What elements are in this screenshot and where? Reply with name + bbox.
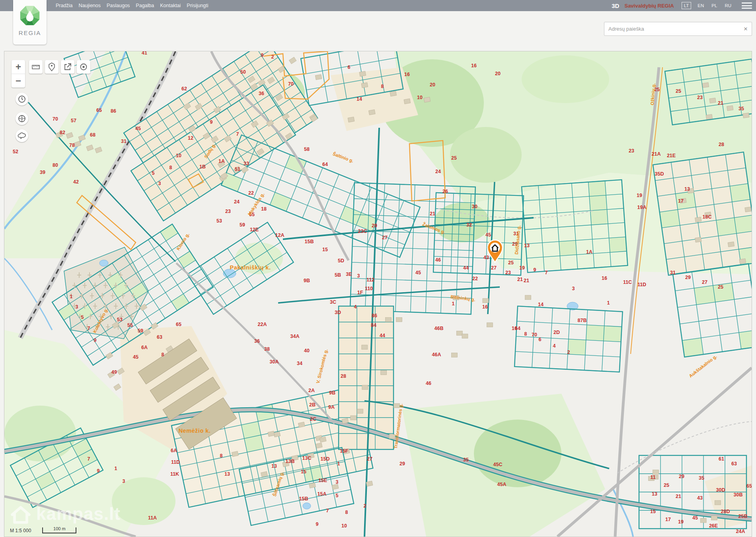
clock-icon	[18, 95, 26, 103]
parcel-number: 11K	[170, 471, 179, 477]
parcel-number: 65	[96, 107, 102, 113]
language-ru[interactable]: RU	[723, 2, 733, 9]
regia-logo[interactable]: REGIA	[13, 0, 47, 45]
parcel-number: 25	[664, 482, 669, 488]
nav-prisijungti[interactable]: Prisijungti	[187, 3, 208, 8]
parcel-number: 62	[181, 86, 187, 92]
parcel-number: 70	[288, 81, 294, 87]
parcel-number: 25	[451, 155, 457, 161]
parcel-number: 21A	[652, 151, 661, 157]
parcel-number: 33	[244, 161, 249, 166]
parcel-number: 49	[111, 369, 117, 375]
zoom-in-button[interactable]: +	[12, 60, 25, 74]
parcel-number: 4	[354, 304, 357, 310]
parcel-number: 34A	[290, 334, 300, 339]
parcel-number: 11A	[148, 515, 157, 521]
close-icon[interactable]: ×	[740, 25, 752, 32]
nav-naujienos[interactable]: Naujienos	[78, 3, 101, 8]
parcel-number: 27	[382, 235, 388, 240]
parcel-number: 27	[367, 456, 372, 462]
parcel-number: 24	[234, 199, 240, 205]
coordinates-button[interactable]	[16, 112, 28, 125]
map-canvas[interactable]: 358101A1B9712331822242353515955453141925…	[4, 51, 752, 537]
language-en[interactable]: EN	[696, 2, 705, 9]
parcel-number: 55	[127, 322, 133, 328]
target-icon	[79, 62, 88, 71]
parcel-number: 29	[685, 275, 691, 280]
parcel-number: 30	[472, 204, 477, 209]
map-scale: M 1:5 000 100 m	[10, 527, 76, 533]
feedback-button[interactable]	[16, 129, 28, 142]
add-marker-button[interactable]	[45, 60, 58, 74]
parcel-number: 5D	[338, 258, 344, 264]
parcel-number: 15B	[299, 496, 308, 502]
ruler-icon	[31, 62, 40, 71]
view-3d-button[interactable]: 3D	[612, 2, 619, 9]
parcel-number: 14	[538, 302, 544, 307]
parcel-number: 11D	[637, 282, 646, 287]
nav-paslaugos[interactable]: Paslaugos	[107, 3, 130, 8]
search-input[interactable]	[604, 26, 740, 32]
menu-icon[interactable]	[742, 2, 752, 9]
parcel-number: 3	[336, 479, 339, 485]
language-pl[interactable]: PL	[710, 2, 718, 9]
zoom-out-button[interactable]: −	[12, 74, 25, 88]
parcel-number: 8	[345, 510, 348, 515]
parcel-number: 11	[650, 475, 655, 480]
scale-bar-label: 100 m	[43, 526, 76, 531]
parcel-number: 2	[364, 503, 366, 509]
parcel-number: 29	[679, 474, 684, 479]
parcel-number: 9B	[304, 278, 310, 283]
zoom-control: + −	[12, 60, 25, 88]
parcel-number: 21E	[667, 153, 676, 158]
parcel-number: 68	[90, 132, 95, 138]
parcel-number: 44	[463, 265, 469, 271]
nav-pradzia[interactable]: Pradžia	[56, 3, 72, 8]
export-button[interactable]	[61, 60, 74, 74]
parcel-number: 63	[157, 334, 162, 340]
parcel-number: 53	[216, 218, 222, 224]
parcel-number: 2	[567, 350, 570, 355]
parcel-number: 13	[684, 186, 690, 192]
parcel-number: 45A	[497, 482, 507, 487]
nav-pagalba[interactable]: Pagalba	[136, 3, 154, 8]
measure-button[interactable]	[29, 60, 43, 74]
language-lt[interactable]: LT	[682, 2, 692, 9]
history-button[interactable]	[16, 93, 28, 105]
parcel-number: 30A	[270, 359, 279, 365]
parcel-number: 9B	[329, 390, 335, 396]
parcel-number: 18	[261, 206, 267, 212]
parcel-number: 23	[505, 270, 511, 275]
portal-link[interactable]: Savivaldybių REGIA	[624, 3, 674, 9]
parcel-number: 5B	[335, 272, 341, 278]
parcel-number: 9	[534, 267, 536, 273]
parcel-number: 28D	[721, 509, 730, 514]
parcel-number: 31	[670, 270, 676, 275]
map-viewport[interactable]: 358101A1B9712331822242353515955453141925…	[4, 51, 752, 537]
parcel-number: 45	[133, 354, 138, 360]
parcel-number: 11D	[171, 459, 180, 465]
parcel-number: 16	[602, 275, 607, 281]
parcel-number: 17	[665, 517, 671, 522]
parcel-number: 6A	[171, 448, 177, 453]
parcel-number: 87B	[578, 318, 587, 323]
parcel-number: 30B	[734, 492, 743, 498]
parcel-number: 6	[539, 337, 542, 342]
parcel-number: 23	[697, 95, 703, 100]
parcel-number: 45C	[493, 462, 503, 467]
parcel-number: 5	[336, 493, 339, 498]
parcel-number: 9	[97, 468, 100, 474]
parcel-number: 46	[426, 381, 431, 386]
parcel-number: 45	[415, 270, 421, 275]
parcel-number: 3E	[346, 271, 352, 277]
parcel-number: 22A	[258, 322, 267, 327]
parcel-number: 10	[176, 153, 181, 158]
locate-button[interactable]	[77, 60, 90, 74]
parcel-number: 45	[135, 126, 141, 131]
parcel-number: 10	[341, 523, 347, 529]
nav-kontaktai[interactable]: Kontaktai	[160, 3, 181, 8]
parcel-number: 27	[491, 265, 497, 271]
parcel-number: 29	[399, 461, 405, 467]
parcel-number: 2D	[553, 330, 560, 335]
address-search: ×	[604, 22, 752, 36]
